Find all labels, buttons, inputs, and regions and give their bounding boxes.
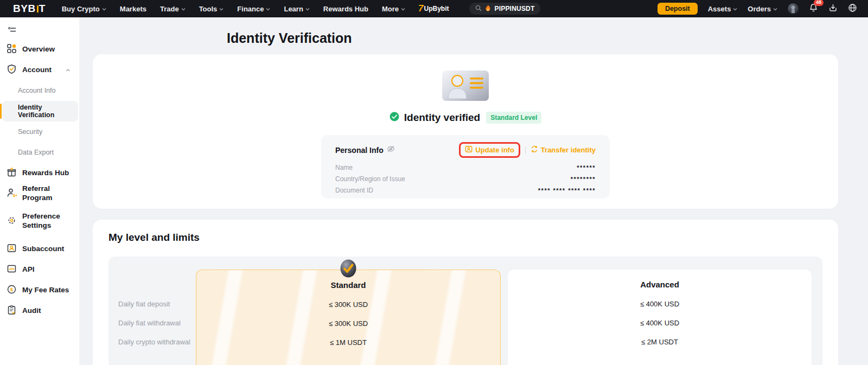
- sidebar-item-my-fee-rates[interactable]: $ My Fee Rates: [0, 280, 79, 300]
- personal-info-rows: Name ****** Country/Region of Issue ****…: [335, 162, 596, 196]
- subaccount-card-icon: [7, 243, 17, 255]
- download-app-button[interactable]: [828, 3, 838, 15]
- chevron-down-icon: [733, 7, 737, 11]
- sidebar-sub-label: Data Export: [18, 149, 54, 156]
- check-circle-icon: [390, 112, 399, 124]
- download-icon: [828, 3, 838, 15]
- menu-label: Markets: [120, 5, 146, 13]
- user-avatar[interactable]: [788, 3, 799, 14]
- notification-badge: 48: [814, 0, 824, 6]
- language-button[interactable]: [848, 3, 857, 15]
- sidebar-item-preference-settings[interactable]: Preference Settings: [0, 204, 79, 239]
- page-title: Identity Verification: [227, 30, 352, 46]
- nav-right-group: Deposit Assets Orders 48: [658, 3, 857, 15]
- level-name: Standard: [196, 280, 500, 290]
- personal-info-card: Personal Info Update info: [321, 135, 610, 198]
- search-input[interactable]: PIPPINUSDT: [469, 3, 540, 15]
- orders-menu[interactable]: Orders: [748, 5, 777, 13]
- menu-trade[interactable]: Trade: [160, 5, 186, 13]
- transfer-identity-button[interactable]: Transfer identity: [531, 145, 596, 155]
- identity-verification-page: BYBT Buy Crypto Markets Trade Tools Fina…: [0, 0, 868, 365]
- level-column-advanced: Advanced ≤ 400K USD ≤ 400K USD ≤ 2M USDT: [508, 270, 812, 365]
- sidebar-collapse-icon: [8, 26, 17, 36]
- gear-icon: [7, 215, 17, 227]
- main-menu: Buy Crypto Markets Trade Tools Finance L…: [62, 5, 405, 13]
- menu-more[interactable]: More: [382, 5, 405, 13]
- logo-orange-bar: [37, 5, 39, 12]
- deposit-button[interactable]: Deposit: [658, 3, 698, 15]
- audit-clipboard-icon: [7, 305, 17, 317]
- sidebar-item-label: API: [22, 265, 35, 274]
- referral-person-icon: $+: [7, 188, 17, 200]
- sidebar-sub-label: Security: [18, 128, 42, 136]
- menu-learn[interactable]: Learn: [284, 5, 309, 13]
- limit-value: ≤ 2M USDT: [508, 338, 812, 346]
- sidebar-item-api[interactable]: API API: [0, 259, 79, 280]
- overview-icon: [7, 43, 17, 55]
- sidebar-item-identity-verification[interactable]: Identity Verification: [2, 101, 78, 121]
- info-row-document-id: Document ID **** **** **** ****: [335, 184, 596, 196]
- limit-value: ≤ 300K USD: [196, 300, 500, 309]
- info-row-country: Country/Region of Issue ********: [335, 173, 596, 184]
- upbybit-link[interactable]: 7 UpBybit: [418, 3, 449, 14]
- chevron-down-icon: [266, 7, 270, 11]
- info-row-name: Name ******: [335, 162, 596, 173]
- row-label: Name: [335, 164, 353, 171]
- notifications-button[interactable]: 48: [809, 3, 818, 15]
- bybit-logo[interactable]: BYBT: [13, 3, 46, 15]
- sidebar-item-audit[interactable]: Audit: [0, 300, 79, 321]
- sidebar-item-overview[interactable]: Overview: [0, 39, 79, 60]
- menu-label: More: [382, 5, 399, 13]
- personal-info-header: Personal Info Update info: [335, 142, 596, 158]
- assets-label: Assets: [708, 5, 731, 13]
- sidebar-item-subaccount[interactable]: Subaccount: [0, 239, 79, 259]
- sidebar-item-rewards-hub[interactable]: Rewards Hub: [0, 163, 79, 183]
- eye-off-icon[interactable]: [387, 145, 395, 155]
- menu-buy-crypto[interactable]: Buy Crypto: [62, 5, 106, 13]
- menu-rewards-hub[interactable]: Rewards Hub: [323, 5, 368, 13]
- sidebar-item-data-export[interactable]: Data Export: [0, 142, 79, 163]
- search-value: PIPPINUSDT: [494, 5, 534, 12]
- row-value-masked: ******: [577, 164, 596, 171]
- chevron-down-icon: [219, 7, 224, 11]
- menu-tools[interactable]: Tools: [199, 5, 224, 13]
- row-value-masked: ********: [571, 176, 596, 182]
- sidebar-item-label: Overview: [22, 45, 55, 54]
- sidebar-item-account[interactable]: Account: [0, 60, 79, 80]
- flame-icon: [485, 4, 491, 14]
- chevron-down-icon: [102, 7, 106, 11]
- logo-text-left: BYB: [13, 3, 36, 15]
- sidebar-item-security[interactable]: Security: [0, 121, 79, 142]
- upbybit-label: UpBybit: [424, 5, 449, 12]
- menu-finance[interactable]: Finance: [237, 5, 270, 13]
- shield-icon: [7, 64, 17, 76]
- limit-value: ≤ 300K USD: [196, 319, 500, 328]
- sidebar-item-label: Preference Settings: [22, 212, 69, 230]
- annotation-highlight-box: Update info: [459, 142, 520, 158]
- menu-markets[interactable]: Markets: [120, 5, 146, 13]
- assets-menu[interactable]: Assets: [708, 5, 738, 13]
- transfer-icon: [531, 145, 538, 155]
- update-info-icon: [465, 145, 473, 155]
- upbybit-seven: 7: [418, 3, 423, 14]
- id-card-illustration: [441, 69, 490, 104]
- personal-info-title: Personal Info: [335, 146, 384, 155]
- row-label: Document ID: [335, 187, 373, 194]
- orders-label: Orders: [748, 5, 771, 13]
- chevron-down-icon: [773, 7, 777, 11]
- chevron-down-icon: [305, 7, 310, 11]
- sidebar-collapse-button[interactable]: [0, 23, 79, 39]
- sidebar-item-label: Referral Program: [22, 184, 79, 203]
- main-content: Identity Verification Identity verified: [79, 17, 868, 365]
- menu-label: Learn: [284, 5, 303, 13]
- limits-section-title: My level and limits: [108, 232, 200, 244]
- sidebar-item-referral-program[interactable]: $+ Referral Program: [0, 183, 79, 204]
- update-info-button[interactable]: Update info: [465, 145, 514, 155]
- personal-info-actions: Update info Transfer identity: [459, 142, 596, 158]
- sidebar-item-account-info[interactable]: Account Info: [0, 80, 79, 101]
- level-limits-card: My level and limits Daily fiat deposit D…: [93, 220, 838, 365]
- api-card-icon: API: [7, 264, 17, 276]
- limit-row-label: Daily fiat deposit: [118, 300, 170, 308]
- sidebar-sub-label: Account Info: [18, 87, 56, 94]
- row-value-masked: **** **** **** ****: [538, 187, 596, 194]
